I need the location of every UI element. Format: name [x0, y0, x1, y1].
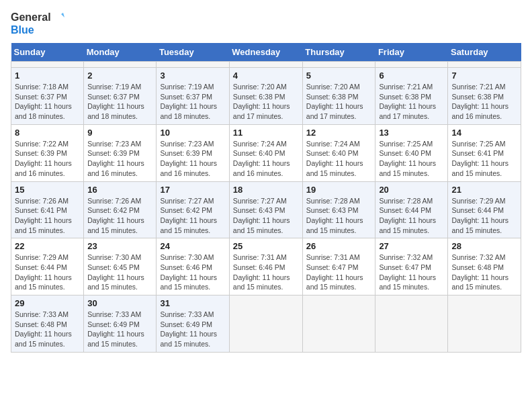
calendar-cell: 1Sunrise: 7:18 AM Sunset: 6:37 PM Daylig…: [11, 68, 84, 125]
day-info: Sunrise: 7:21 AM Sunset: 6:38 PM Dayligh…: [451, 82, 517, 122]
calendar-cell: 4Sunrise: 7:20 AM Sunset: 6:38 PM Daylig…: [229, 68, 302, 125]
calendar-cell: [84, 62, 157, 68]
week-row-0: [11, 62, 521, 68]
calendar-cell: [302, 62, 375, 68]
calendar-cell: 12Sunrise: 7:24 AM Sunset: 6:40 PM Dayli…: [302, 124, 375, 181]
day-number: 11: [233, 128, 299, 138]
day-number: 13: [379, 128, 444, 138]
calendar-cell: 6Sunrise: 7:21 AM Sunset: 6:38 PM Daylig…: [375, 68, 448, 125]
calendar-cell: 30Sunrise: 7:33 AM Sunset: 6:49 PM Dayli…: [84, 295, 157, 353]
day-info: Sunrise: 7:25 AM Sunset: 6:41 PM Dayligh…: [451, 139, 517, 179]
calendar-cell: 7Sunrise: 7:21 AM Sunset: 6:38 PM Daylig…: [448, 68, 521, 125]
calendar-cell: 3Sunrise: 7:19 AM Sunset: 6:37 PM Daylig…: [157, 68, 229, 125]
day-info: Sunrise: 7:33 AM Sunset: 6:49 PM Dayligh…: [87, 310, 152, 349]
calendar-cell: [375, 295, 448, 353]
day-info: Sunrise: 7:33 AM Sunset: 6:49 PM Dayligh…: [160, 310, 225, 349]
day-info: Sunrise: 7:23 AM Sunset: 6:39 PM Dayligh…: [87, 139, 152, 179]
col-header-thursday: Thursday: [302, 43, 375, 62]
day-number: 31: [160, 298, 225, 308]
week-row-2: 8Sunrise: 7:22 AM Sunset: 6:39 PM Daylig…: [11, 124, 521, 181]
calendar-cell: 8Sunrise: 7:22 AM Sunset: 6:39 PM Daylig…: [11, 124, 84, 181]
col-header-saturday: Saturday: [448, 43, 521, 62]
week-row-4: 22Sunrise: 7:29 AM Sunset: 6:44 PM Dayli…: [11, 238, 521, 295]
calendar-cell: 16Sunrise: 7:26 AM Sunset: 6:42 PM Dayli…: [84, 181, 157, 238]
logo: General Blue: [11, 11, 64, 36]
day-info: Sunrise: 7:31 AM Sunset: 6:46 PM Dayligh…: [233, 253, 299, 292]
day-info: Sunrise: 7:26 AM Sunset: 6:42 PM Dayligh…: [87, 196, 152, 236]
calendar-cell: [302, 295, 375, 353]
day-number: 28: [451, 241, 517, 251]
logo-general: General: [11, 11, 51, 24]
day-number: 25: [233, 241, 299, 251]
calendar-cell: 22Sunrise: 7:29 AM Sunset: 6:44 PM Dayli…: [11, 238, 84, 295]
day-number: 23: [87, 241, 152, 251]
calendar-cell: 15Sunrise: 7:26 AM Sunset: 6:41 PM Dayli…: [11, 181, 84, 238]
day-number: 18: [233, 185, 299, 195]
calendar-cell: 13Sunrise: 7:25 AM Sunset: 6:40 PM Dayli…: [375, 124, 448, 181]
calendar-cell: 20Sunrise: 7:28 AM Sunset: 6:44 PM Dayli…: [375, 181, 448, 238]
day-number: 6: [379, 71, 444, 81]
calendar-cell: 24Sunrise: 7:30 AM Sunset: 6:46 PM Dayli…: [157, 238, 229, 295]
calendar-cell: 9Sunrise: 7:23 AM Sunset: 6:39 PM Daylig…: [84, 124, 157, 181]
calendar-cell: 29Sunrise: 7:33 AM Sunset: 6:48 PM Dayli…: [11, 295, 84, 353]
day-info: Sunrise: 7:29 AM Sunset: 6:44 PM Dayligh…: [15, 253, 80, 292]
day-info: Sunrise: 7:19 AM Sunset: 6:37 PM Dayligh…: [160, 82, 225, 122]
calendar-cell: 11Sunrise: 7:24 AM Sunset: 6:40 PM Dayli…: [229, 124, 302, 181]
day-number: 3: [160, 71, 225, 81]
day-info: Sunrise: 7:20 AM Sunset: 6:38 PM Dayligh…: [233, 82, 299, 122]
day-info: Sunrise: 7:30 AM Sunset: 6:46 PM Dayligh…: [160, 253, 225, 292]
day-info: Sunrise: 7:18 AM Sunset: 6:37 PM Dayligh…: [15, 82, 80, 122]
calendar-cell: [448, 62, 521, 68]
col-header-tuesday: Tuesday: [157, 43, 229, 62]
logo-mark: General Blue: [11, 11, 64, 36]
day-info: Sunrise: 7:24 AM Sunset: 6:40 PM Dayligh…: [233, 139, 299, 179]
calendar-cell: [11, 62, 84, 68]
day-number: 14: [451, 128, 517, 138]
day-info: Sunrise: 7:27 AM Sunset: 6:43 PM Dayligh…: [233, 196, 299, 236]
day-number: 2: [87, 71, 152, 81]
col-header-sunday: Sunday: [11, 43, 84, 62]
day-number: 26: [306, 241, 372, 251]
day-info: Sunrise: 7:32 AM Sunset: 6:48 PM Dayligh…: [451, 253, 517, 292]
calendar-cell: 5Sunrise: 7:20 AM Sunset: 6:38 PM Daylig…: [302, 68, 375, 125]
day-info: Sunrise: 7:32 AM Sunset: 6:47 PM Dayligh…: [379, 253, 444, 292]
week-row-5: 29Sunrise: 7:33 AM Sunset: 6:48 PM Dayli…: [11, 295, 521, 353]
calendar-cell: 23Sunrise: 7:30 AM Sunset: 6:45 PM Dayli…: [84, 238, 157, 295]
day-number: 1: [15, 71, 80, 81]
day-info: Sunrise: 7:30 AM Sunset: 6:45 PM Dayligh…: [87, 253, 152, 292]
day-number: 27: [379, 241, 444, 251]
day-info: Sunrise: 7:20 AM Sunset: 6:38 PM Dayligh…: [306, 82, 372, 122]
calendar-cell: [157, 62, 229, 68]
day-info: Sunrise: 7:28 AM Sunset: 6:43 PM Dayligh…: [306, 196, 372, 236]
day-number: 19: [306, 185, 372, 195]
day-number: 22: [15, 241, 80, 251]
day-info: Sunrise: 7:25 AM Sunset: 6:40 PM Dayligh…: [379, 139, 444, 179]
calendar-cell: 26Sunrise: 7:31 AM Sunset: 6:47 PM Dayli…: [302, 238, 375, 295]
day-number: 21: [451, 185, 517, 195]
calendar-cell: 27Sunrise: 7:32 AM Sunset: 6:47 PM Dayli…: [375, 238, 448, 295]
day-number: 10: [160, 128, 225, 138]
day-number: 5: [306, 71, 372, 81]
header: General Blue: [11, 11, 521, 36]
day-info: Sunrise: 7:31 AM Sunset: 6:47 PM Dayligh…: [306, 253, 372, 292]
calendar-cell: [229, 295, 302, 353]
day-info: Sunrise: 7:19 AM Sunset: 6:37 PM Dayligh…: [87, 82, 152, 122]
day-info: Sunrise: 7:26 AM Sunset: 6:41 PM Dayligh…: [15, 196, 80, 236]
day-info: Sunrise: 7:33 AM Sunset: 6:48 PM Dayligh…: [15, 310, 80, 349]
calendar-cell: 28Sunrise: 7:32 AM Sunset: 6:48 PM Dayli…: [448, 238, 521, 295]
calendar-cell: 18Sunrise: 7:27 AM Sunset: 6:43 PM Dayli…: [229, 181, 302, 238]
calendar-cell: 2Sunrise: 7:19 AM Sunset: 6:37 PM Daylig…: [84, 68, 157, 125]
calendar-cell: 21Sunrise: 7:29 AM Sunset: 6:44 PM Dayli…: [448, 181, 521, 238]
day-info: Sunrise: 7:24 AM Sunset: 6:40 PM Dayligh…: [306, 139, 372, 179]
logo-bird-icon: [51, 11, 64, 24]
day-number: 24: [160, 241, 225, 251]
calendar-cell: 25Sunrise: 7:31 AM Sunset: 6:46 PM Dayli…: [229, 238, 302, 295]
calendar-table: SundayMondayTuesdayWednesdayThursdayFrid…: [11, 43, 521, 353]
calendar-cell: 17Sunrise: 7:27 AM Sunset: 6:42 PM Dayli…: [157, 181, 229, 238]
week-row-1: 1Sunrise: 7:18 AM Sunset: 6:37 PM Daylig…: [11, 68, 521, 125]
week-row-3: 15Sunrise: 7:26 AM Sunset: 6:41 PM Dayli…: [11, 181, 521, 238]
calendar-cell: 10Sunrise: 7:23 AM Sunset: 6:39 PM Dayli…: [157, 124, 229, 181]
day-number: 17: [160, 185, 225, 195]
day-info: Sunrise: 7:21 AM Sunset: 6:38 PM Dayligh…: [379, 82, 444, 122]
day-number: 30: [87, 298, 152, 308]
